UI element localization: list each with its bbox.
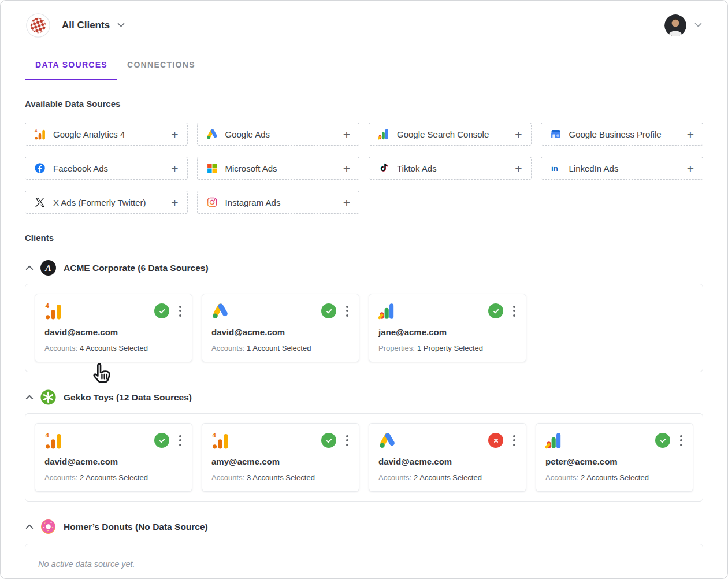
svg-text:A: A: [44, 263, 51, 273]
status-error-icon: [488, 433, 503, 448]
account-email: david@acme.com: [378, 456, 517, 466]
source-chip-label: Google Business Profile: [569, 129, 662, 139]
google-analytics-4-icon: 4: [34, 128, 46, 140]
add-source-button[interactable]: +: [510, 128, 522, 140]
data-source-card[interactable]: jane@acme.com Properties:1 Property Sele…: [369, 294, 526, 362]
add-source-button[interactable]: +: [166, 162, 178, 175]
card-menu-kebab-icon[interactable]: [178, 433, 183, 448]
collapse-chevron-up-icon[interactable]: [25, 263, 34, 273]
source-chip-x-ads[interactable]: X Ads (Formerly Twitter) +: [25, 191, 188, 214]
add-source-button[interactable]: +: [339, 196, 350, 209]
add-source-button[interactable]: +: [339, 128, 350, 140]
add-source-button[interactable]: +: [166, 196, 178, 209]
empty-state-text: No active data source yet.: [38, 559, 135, 569]
meta-label: Accounts:: [44, 473, 77, 482]
google-business-profile-icon: [550, 128, 562, 140]
meta-value: 3 Accounts Selected: [247, 473, 315, 482]
status-connected-icon: [321, 433, 336, 448]
client-group-title: Gekko Toys (12 Data Sources): [64, 392, 192, 403]
account-email: jane@acme.com: [378, 327, 517, 337]
card-menu-kebab-icon[interactable]: [679, 433, 684, 448]
empty-data-source-panel: No active data source yet.: [25, 544, 703, 579]
meta-value: 4 Accounts Selected: [80, 344, 148, 352]
microsoft-icon: [206, 162, 218, 174]
svg-text:4: 4: [45, 302, 49, 309]
data-source-card[interactable]: david@acme.com Accounts:1 Account Select…: [202, 294, 359, 362]
card-menu-kebab-icon[interactable]: [345, 304, 350, 318]
user-avatar[interactable]: [664, 14, 686, 36]
client-group-acme: A ACME Corporate (6 Data Sources) 4: [25, 260, 703, 372]
data-source-card[interactable]: david@acme.com Accounts:2 Accounts Selec…: [369, 423, 526, 492]
account-email: david@acme.com: [44, 327, 183, 337]
meta-value: 2 Accounts Selected: [80, 473, 148, 482]
add-source-button[interactable]: +: [682, 128, 694, 140]
source-chip-tiktok-ads[interactable]: Tiktok Ads +: [369, 157, 532, 180]
tab-data-sources[interactable]: DATA SOURCES: [25, 50, 117, 80]
meta-value: 2 Accounts Selected: [581, 473, 649, 482]
card-meta: Accounts:1 Account Selected: [211, 344, 350, 352]
source-chip-microsoft-ads[interactable]: Microsoft Ads +: [197, 157, 360, 180]
app-window: All Clients DATA SOURCES CONNEC: [0, 0, 728, 579]
source-chip-linkedin-ads[interactable]: in LinkedIn Ads +: [541, 157, 704, 180]
app-header: All Clients: [1, 1, 727, 50]
add-source-button[interactable]: +: [510, 162, 522, 175]
card-meta: Properties:1 Property Selected: [378, 344, 517, 352]
card-meta: Accounts:2 Accounts Selected: [545, 473, 684, 482]
google-ads-icon: [206, 128, 218, 140]
meta-label: Accounts:: [44, 344, 77, 352]
account-email: david@acme.com: [211, 327, 350, 337]
tabbar: DATA SOURCES CONNECTIONS: [1, 50, 727, 80]
status-connected-icon: [321, 303, 336, 318]
source-chip-label: Google Search Console: [397, 129, 489, 139]
card-menu-kebab-icon[interactable]: [178, 304, 183, 318]
account-email: david@acme.com: [44, 456, 183, 466]
source-chip-facebook-ads[interactable]: Facebook Ads +: [25, 157, 188, 180]
data-source-card[interactable]: 4 amy@acme.com Accounts:3 Accounts Selec…: [202, 423, 359, 492]
svg-text:in: in: [551, 164, 558, 173]
source-chip-label: LinkedIn Ads: [569, 164, 619, 173]
source-chip-label: Google Analytics 4: [53, 129, 125, 139]
add-source-button[interactable]: +: [166, 128, 178, 140]
source-chip-google-search-console[interactable]: Google Search Console +: [369, 123, 532, 146]
card-meta: Accounts:3 Accounts Selected: [211, 473, 350, 482]
available-sources-grid: 4 Google Analytics 4 + Google Ads + Goog…: [25, 123, 703, 214]
available-data-sources-heading: Available Data Sources: [25, 99, 703, 109]
account-email: amy@acme.com: [211, 456, 350, 466]
source-chip-google-business-profile[interactable]: Google Business Profile +: [541, 123, 704, 146]
source-chip-google-analytics-4[interactable]: 4 Google Analytics 4 +: [25, 123, 188, 146]
workspace-logo-icon[interactable]: [26, 13, 50, 38]
add-source-button[interactable]: +: [339, 162, 350, 175]
data-source-card[interactable]: 4 david@acme.com Accounts:4 Accounts Sel…: [35, 294, 192, 362]
google-analytics-4-icon: 4: [211, 432, 229, 449]
account-email: peter@acme.com: [545, 456, 684, 466]
client-group-title: Homer’s Donuts (No Data Source): [64, 522, 208, 532]
chevron-down-icon: [117, 23, 125, 28]
source-chip-instagram-ads[interactable]: Instagram Ads +: [197, 191, 360, 214]
card-menu-kebab-icon[interactable]: [345, 433, 350, 448]
status-connected-icon: [655, 433, 670, 448]
data-source-card[interactable]: 4 david@acme.com Accounts:2 Accounts Sel…: [35, 423, 192, 492]
chevron-down-icon: [694, 23, 702, 28]
card-menu-kebab-icon[interactable]: [512, 304, 517, 318]
client-group-header: Homer’s Donuts (No Data Source): [25, 519, 703, 535]
google-analytics-4-icon: 4: [44, 302, 62, 320]
collapse-chevron-up-icon[interactable]: [25, 522, 34, 532]
source-chip-label: Tiktok Ads: [397, 164, 437, 173]
card-menu-kebab-icon[interactable]: [512, 433, 517, 448]
google-ads-icon: [378, 432, 396, 449]
collapse-chevron-up-icon[interactable]: [25, 393, 34, 402]
gekko-splat-logo: [40, 389, 56, 405]
svg-text:4: 4: [45, 432, 49, 439]
source-chip-google-ads[interactable]: Google Ads +: [197, 123, 360, 146]
add-source-button[interactable]: +: [682, 162, 694, 175]
workspace-selector[interactable]: All Clients: [62, 20, 125, 31]
google-search-console-icon: [378, 302, 396, 320]
tab-connections[interactable]: CONNECTIONS: [117, 50, 205, 80]
card-meta: Accounts:2 Accounts Selected: [44, 473, 183, 482]
data-source-card[interactable]: peter@acme.com Accounts:2 Accounts Selec…: [536, 423, 693, 492]
status-connected-icon: [154, 303, 169, 318]
svg-text:4: 4: [212, 432, 216, 439]
client-group-header: Gekko Toys (12 Data Sources): [25, 389, 703, 405]
user-menu[interactable]: [664, 14, 702, 36]
google-search-console-icon: [378, 128, 389, 140]
